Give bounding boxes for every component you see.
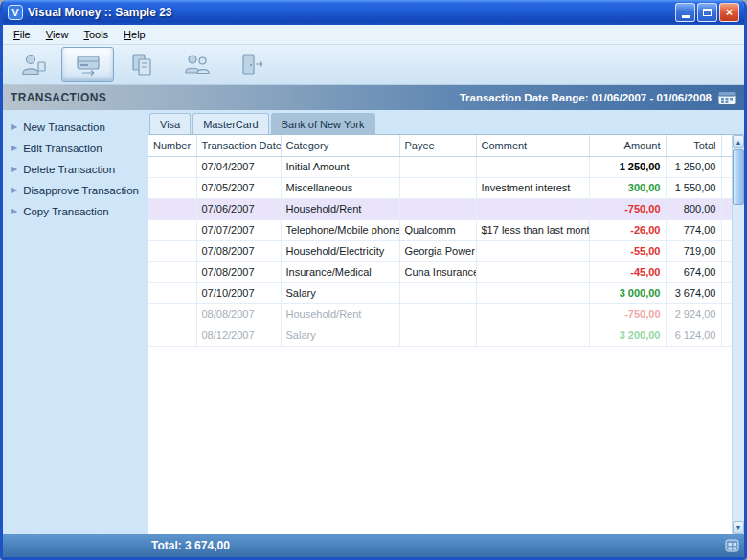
column-header-transaction-date[interactable]: Transaction Date [196, 135, 281, 156]
minimize-button[interactable] [675, 3, 695, 22]
cell-amount: -45,00 [589, 261, 666, 282]
app-icon: V [8, 5, 23, 20]
cell-date: 08/12/2007 [196, 325, 281, 346]
cell-date: 07/06/2007 [196, 198, 281, 219]
cell-total: 800,00 [666, 198, 721, 219]
cell-number [148, 303, 196, 325]
cell-date: 07/08/2007 [196, 240, 281, 261]
accounts-button[interactable] [7, 47, 59, 82]
cell-category: Salary [281, 282, 399, 303]
sidebar-item-edit-transaction[interactable]: ▶ Edit Transaction [3, 138, 148, 159]
cell-payee: Qualcomm [399, 219, 476, 240]
svg-text:V: V [11, 7, 19, 18]
cell-payee: Cuna Insurance [399, 261, 476, 282]
cell-payee [399, 282, 476, 303]
table-row[interactable]: 07/04/2007Initial Amount1 250,001 250,00 [148, 156, 732, 177]
users-icon [183, 52, 212, 78]
account-tabs: Visa MasterCard Bank of New York [148, 110, 744, 134]
cell-date: 07/05/2007 [196, 177, 281, 198]
cell-payee [399, 156, 476, 177]
body: ▶ New Transaction ▶ Edit Transaction ▶ D… [3, 110, 744, 534]
cell-number [148, 282, 196, 303]
menu-tools[interactable]: Tools [76, 26, 116, 43]
tab-mastercard[interactable]: MasterCard [192, 113, 268, 134]
transactions-table-wrap: Number Transaction Date Category Payee C… [148, 135, 732, 534]
scroll-up-icon[interactable]: ▲ [733, 135, 744, 148]
grid-icon [725, 539, 739, 552]
menu-help[interactable]: Help [116, 26, 153, 43]
cell-date: 07/04/2007 [196, 156, 281, 177]
column-header-category[interactable]: Category [281, 135, 399, 156]
column-header-payee[interactable]: Payee [399, 135, 476, 156]
menu-view[interactable]: View [38, 26, 77, 43]
cell-comment [476, 240, 589, 261]
cell-amount: -750,00 [589, 303, 666, 325]
sidebar-item-copy-transaction[interactable]: ▶ Copy Transaction [3, 201, 148, 222]
cell-filler [721, 177, 732, 198]
sidebar-item-disapprove-transaction[interactable]: ▶ Disapprove Transaction [3, 180, 148, 201]
column-header-total[interactable]: Total [666, 135, 721, 156]
tab-bank-of-new-york[interactable]: Bank of New York [271, 113, 375, 134]
table-row[interactable]: 07/08/2007Household/ElectricityGeorgia P… [148, 240, 732, 261]
column-header-comment[interactable]: Comment [476, 135, 589, 156]
column-header-amount[interactable]: Amount [589, 135, 666, 156]
vertical-scrollbar[interactable]: ▲ ▼ [732, 135, 744, 534]
sidebar-item-label: Disapprove Transaction [23, 185, 139, 196]
calendar-icon[interactable] [717, 90, 736, 106]
table-header-row: Number Transaction Date Category Payee C… [148, 135, 732, 156]
cell-comment [476, 325, 589, 346]
table-row[interactable]: 07/10/2007Salary3 000,003 674,00 [148, 282, 732, 303]
sidebar-item-label: Delete Transaction [23, 164, 115, 175]
table-row[interactable]: 07/05/2007MiscellaneousInvestment intere… [148, 177, 732, 198]
scroll-down-icon[interactable]: ▼ [733, 521, 744, 534]
exit-button[interactable] [225, 47, 278, 82]
cell-number [148, 325, 196, 346]
cell-number [148, 219, 196, 240]
column-header-number[interactable]: Number [148, 135, 196, 156]
scrollbar-track[interactable] [733, 206, 744, 521]
cell-total: 1 250,00 [666, 156, 721, 177]
scrollbar-thumb[interactable] [733, 149, 744, 205]
status-bar: Total: 3 674,00 [3, 534, 744, 557]
transaction-rows: 07/04/2007Initial Amount1 250,001 250,00… [148, 156, 732, 346]
table-row[interactable]: 07/07/2007Telephone/Mobile phoneQualcomm… [148, 219, 732, 240]
cell-date: 07/07/2007 [196, 219, 281, 240]
cell-comment [476, 156, 589, 177]
cell-number [148, 177, 196, 198]
menu-file[interactable]: File [6, 26, 38, 43]
table-row[interactable]: 07/08/2007Insurance/MedicalCuna Insuranc… [148, 261, 732, 282]
title-bar: V Visual Money :: Sample 23 × [3, 0, 744, 25]
date-range-label: Transaction Date Range: 01/06/2007 - 01/… [460, 92, 712, 103]
cell-amount: 300,00 [589, 177, 666, 198]
total-label: Total: 3 674,00 [3, 539, 230, 552]
transactions-table: Number Transaction Date Category Payee C… [148, 135, 732, 347]
exit-icon [238, 52, 266, 78]
cell-total: 6 124,00 [666, 325, 721, 346]
cell-filler [721, 240, 732, 261]
maximize-button[interactable] [697, 3, 717, 22]
cell-amount: -750,00 [589, 198, 666, 219]
close-button[interactable]: × [719, 3, 739, 22]
arrow-icon: ▶ [11, 187, 17, 194]
sidebar-item-new-transaction[interactable]: ▶ New Transaction [3, 117, 148, 138]
cell-number [148, 261, 196, 282]
column-header-filler [721, 135, 732, 156]
cell-number [148, 198, 196, 219]
cell-payee [399, 303, 476, 325]
section-title: TRANSACTIONS [11, 91, 454, 104]
transactions-button[interactable] [61, 47, 114, 82]
sidebar-item-delete-transaction[interactable]: ▶ Delete Transaction [3, 159, 148, 180]
cell-filler [721, 303, 732, 325]
cell-filler [721, 156, 732, 177]
tab-visa[interactable]: Visa [149, 113, 191, 134]
cell-comment [476, 261, 589, 282]
cell-payee [399, 177, 476, 198]
cell-category: Salary [281, 325, 399, 346]
table-row[interactable]: 08/08/2007Household/Rent-750,002 924,00 [148, 303, 732, 325]
table-row[interactable]: 08/12/2007Salary3 200,006 124,00 [148, 325, 732, 346]
cell-comment [476, 198, 589, 219]
transactions-icon [74, 52, 102, 78]
reports-button[interactable] [116, 47, 169, 82]
users-button[interactable] [170, 47, 223, 82]
table-row[interactable]: 07/06/2007Household/Rent-750,00800,00 [148, 198, 732, 219]
